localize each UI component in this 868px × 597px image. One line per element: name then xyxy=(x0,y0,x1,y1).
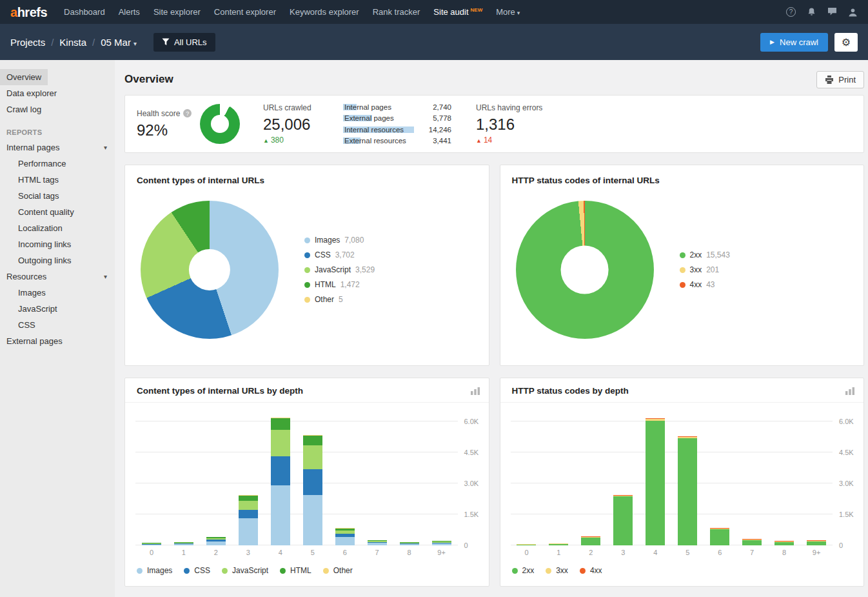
nav-item-keywords-explorer[interactable]: Keywords explorer xyxy=(290,7,359,17)
bar-column-depth-8[interactable] xyxy=(393,542,426,545)
sidebar-item-external-pages[interactable]: External pages xyxy=(0,333,115,349)
x-tick-label: 4 xyxy=(264,549,297,556)
sidebar-item-css[interactable]: CSS xyxy=(0,317,42,333)
content-types-donut-chart[interactable] xyxy=(141,201,279,339)
summary-card: Health score ? 92% URLs crawled 25,006 ▲… xyxy=(124,95,864,153)
legend-item-images[interactable]: Images7,080 xyxy=(304,236,375,245)
stacked-bar xyxy=(206,537,226,545)
sidebar-item-crawl-log[interactable]: Crawl log xyxy=(0,101,48,117)
breakdown-row-internal-pages[interactable]: Internal pages2,740 xyxy=(344,101,451,113)
nav-item-more[interactable]: More▾ xyxy=(496,7,520,17)
legend-item-2xx[interactable]: 2xx15,543 xyxy=(680,250,730,259)
sidebar-item-javascript[interactable]: JavaScript xyxy=(0,301,64,317)
bar-column-depth-6[interactable] xyxy=(329,528,361,545)
bar-column-depth-4[interactable] xyxy=(639,418,671,545)
legend-item-css[interactable]: CSS xyxy=(184,566,210,575)
legend-item-4xx[interactable]: 4xx43 xyxy=(680,280,730,289)
sidebar-item-performance[interactable]: Performance xyxy=(0,156,72,172)
bar-column-depth-3[interactable] xyxy=(607,495,639,545)
account-icon[interactable] xyxy=(848,8,858,17)
legend-item-4xx[interactable]: 4xx xyxy=(580,566,602,575)
print-button[interactable]: Print xyxy=(816,71,864,88)
sidebar-item-internal-pages[interactable]: Internal pages▾ xyxy=(0,139,115,156)
bar-column-depth-4[interactable] xyxy=(264,418,297,545)
stacked-bar xyxy=(710,528,729,545)
chevron-down-icon[interactable]: ▾ xyxy=(104,142,107,153)
breakdown-label: External resources xyxy=(344,137,415,145)
sidebar-item-html-tags[interactable]: HTML tags xyxy=(0,172,65,188)
bar-column-depth-1[interactable] xyxy=(168,542,200,545)
nav-item-dashboard[interactable]: Dashboard xyxy=(64,7,105,17)
sidebar-item-social-tags[interactable]: Social tags xyxy=(0,188,66,204)
legend-item-html[interactable]: HTML xyxy=(280,566,311,575)
bar-column-depth-9[interactable] xyxy=(426,541,458,545)
legend-item-2xx[interactable]: 2xx xyxy=(512,566,535,575)
http-status-donut-chart[interactable] xyxy=(516,201,654,339)
settings-button[interactable]: ⚙ xyxy=(834,33,858,52)
bar-column-depth-0[interactable] xyxy=(511,544,543,545)
stacked-bar xyxy=(142,543,161,545)
bar-column-depth-0[interactable] xyxy=(135,543,168,545)
breakdown-row-external-pages[interactable]: External pages5,778 xyxy=(344,113,451,125)
new-crawl-button[interactable]: ▶New crawl xyxy=(760,33,828,52)
bar-column-depth-2[interactable] xyxy=(200,537,232,545)
legend-item-other[interactable]: Other xyxy=(323,566,353,575)
bar-column-depth-9[interactable] xyxy=(800,540,833,545)
nav-item-alerts[interactable]: Alerts xyxy=(119,7,140,17)
chart-type-icon[interactable] xyxy=(845,387,854,395)
help-icon[interactable]: ? xyxy=(183,109,192,117)
x-tick-label: 3 xyxy=(232,549,264,556)
chart-type-icon[interactable] xyxy=(471,387,480,395)
nav-item-site-explorer[interactable]: Site explorer xyxy=(153,7,201,17)
gear-icon: ⚙ xyxy=(842,36,851,48)
legend-item-javascript[interactable]: JavaScript xyxy=(222,566,268,575)
bar-column-depth-3[interactable] xyxy=(232,495,264,545)
sidebar-item-content-quality[interactable]: Content quality xyxy=(0,204,81,220)
bar-segment-css xyxy=(303,469,322,495)
messages-icon[interactable] xyxy=(827,8,837,16)
notifications-bell-icon[interactable] xyxy=(807,8,816,17)
bar-column-depth-8[interactable] xyxy=(768,541,800,545)
sidebar-item-images[interactable]: Images xyxy=(0,285,52,301)
sidebar-item-incoming-links[interactable]: Incoming links xyxy=(0,236,77,252)
http-status-by-depth-card: HTTP status codes by depth 01.5K3.0K4.5K… xyxy=(500,378,865,587)
bar-column-depth-5[interactable] xyxy=(671,436,704,545)
sidebar-item-overview[interactable]: Overview xyxy=(0,69,48,85)
all-urls-filter-button[interactable]: All URLs xyxy=(153,33,215,52)
nav-item-rank-tracker[interactable]: Rank tracker xyxy=(373,7,420,17)
breakdown-row-internal-resources[interactable]: Internal resources14,246 xyxy=(344,124,451,136)
breadcrumb-05-mar[interactable]: 05 Mar▾ xyxy=(101,37,137,48)
bar-segment-images xyxy=(271,485,290,545)
stacked-bar xyxy=(271,418,290,545)
legend-item-images[interactable]: Images xyxy=(137,566,172,575)
legend-item-html[interactable]: HTML1,472 xyxy=(304,280,375,289)
ahrefs-logo[interactable]: ahrefs xyxy=(10,6,47,19)
bar-column-depth-7[interactable] xyxy=(736,539,768,545)
nav-item-content-explorer[interactable]: Content explorer xyxy=(214,7,276,17)
bar-column-depth-1[interactable] xyxy=(542,543,575,545)
stacked-bar xyxy=(174,542,193,545)
legend-item-3xx[interactable]: 3xx201 xyxy=(680,265,730,274)
legend-item-css[interactable]: CSS3,702 xyxy=(304,250,375,259)
nav-item-site-audit[interactable]: Site auditNEW xyxy=(433,7,482,17)
sidebar-item-resources[interactable]: Resources▾ xyxy=(0,268,115,285)
breadcrumb-kinsta[interactable]: Kinsta xyxy=(59,37,86,48)
sidebar-item-localization[interactable]: Localization xyxy=(0,220,69,236)
sidebar-item-data-explorer[interactable]: Data explorer xyxy=(0,85,63,101)
legend-item-other[interactable]: Other5 xyxy=(304,295,375,304)
bar-column-depth-6[interactable] xyxy=(704,528,736,545)
legend-item-javascript[interactable]: JavaScript3,529 xyxy=(304,265,375,274)
sidebar-item-outgoing-links[interactable]: Outgoing links xyxy=(0,252,77,268)
bar-segment-html xyxy=(239,496,258,500)
bar-segment-images xyxy=(206,541,226,545)
bar-column-depth-2[interactable] xyxy=(575,536,607,545)
chevron-down-icon[interactable]: ▾ xyxy=(104,271,107,282)
chevron-down-icon: ▾ xyxy=(133,40,137,47)
urls-crawled-stat: URLs crawled 25,006 ▲380 xyxy=(263,103,330,145)
breakdown-row-external-resources[interactable]: External resources3,441 xyxy=(344,136,451,147)
legend-item-3xx[interactable]: 3xx xyxy=(546,566,568,575)
bar-column-depth-7[interactable] xyxy=(361,540,393,545)
bar-column-depth-5[interactable] xyxy=(297,435,329,545)
breadcrumb-projects[interactable]: Projects xyxy=(10,37,45,48)
help-icon[interactable]: ? xyxy=(786,7,796,17)
